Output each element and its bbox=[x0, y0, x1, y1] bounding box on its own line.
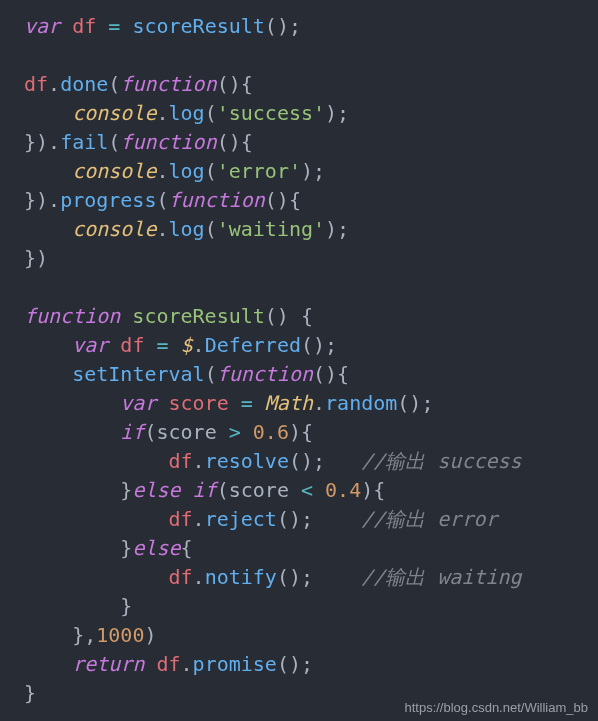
method: done bbox=[60, 72, 108, 96]
operator: = bbox=[144, 333, 180, 357]
string: 'error' bbox=[217, 159, 301, 183]
watermark: https://blog.csdn.net/William_bb bbox=[404, 700, 588, 715]
keyword-return: return bbox=[72, 652, 144, 676]
object-console: console bbox=[72, 217, 156, 241]
punct: ){ bbox=[361, 478, 385, 502]
object-console: console bbox=[72, 101, 156, 125]
identifier: df bbox=[108, 333, 144, 357]
keyword-function: function bbox=[217, 362, 313, 386]
operator: < bbox=[301, 478, 313, 502]
space bbox=[241, 420, 253, 444]
punct: . bbox=[156, 101, 168, 125]
punct: . bbox=[193, 333, 205, 357]
punct: (); bbox=[301, 333, 337, 357]
punct: (); bbox=[265, 14, 301, 38]
indent bbox=[24, 159, 72, 183]
indent bbox=[24, 536, 120, 560]
identifier: df bbox=[72, 14, 96, 38]
method: log bbox=[169, 159, 205, 183]
identifier: score bbox=[156, 391, 228, 415]
indent bbox=[24, 594, 120, 618]
keyword-elseif: else if bbox=[132, 478, 216, 502]
indent bbox=[24, 478, 120, 502]
punct: }, bbox=[72, 623, 96, 647]
punct: ( bbox=[205, 217, 217, 241]
keyword-function: function bbox=[120, 130, 216, 154]
punct: (); bbox=[277, 652, 313, 676]
punct: () { bbox=[265, 304, 313, 328]
method: fail bbox=[60, 130, 108, 154]
punct: . bbox=[313, 391, 325, 415]
number: 0.4 bbox=[325, 478, 361, 502]
keyword-function: function bbox=[169, 188, 265, 212]
string: 'waiting' bbox=[217, 217, 325, 241]
punct: . bbox=[48, 72, 60, 96]
punct: } bbox=[24, 681, 36, 705]
punct: (); bbox=[277, 565, 313, 589]
punct: ); bbox=[325, 101, 349, 125]
method: reject bbox=[205, 507, 277, 531]
punct: } bbox=[120, 536, 132, 560]
method: log bbox=[169, 217, 205, 241]
punct: ( bbox=[205, 101, 217, 125]
comment: //输出 waiting bbox=[361, 565, 521, 589]
indent bbox=[24, 362, 72, 386]
keyword-if: if bbox=[120, 420, 144, 444]
object-console: console bbox=[72, 159, 156, 183]
method: random bbox=[325, 391, 397, 415]
function-call: scoreResult bbox=[132, 14, 264, 38]
method: progress bbox=[60, 188, 156, 212]
code-block: var df = scoreResult(); df.done(function… bbox=[0, 0, 598, 708]
punct: ); bbox=[325, 217, 349, 241]
object-math: Math bbox=[265, 391, 313, 415]
punct: . bbox=[193, 565, 205, 589]
indent bbox=[24, 101, 72, 125]
punct: ){ bbox=[289, 420, 313, 444]
operator: = bbox=[96, 14, 132, 38]
keyword-function: function bbox=[120, 72, 216, 96]
gap bbox=[325, 449, 361, 473]
punct: ( bbox=[205, 159, 217, 183]
punct: ) bbox=[144, 623, 156, 647]
punct: (); bbox=[277, 507, 313, 531]
punct: }). bbox=[24, 130, 60, 154]
identifier: df bbox=[24, 72, 48, 96]
punct: ( bbox=[108, 130, 120, 154]
punct: }) bbox=[24, 246, 48, 270]
identifier: df bbox=[169, 449, 193, 473]
punct: (); bbox=[289, 449, 325, 473]
function-name: scoreResult bbox=[120, 304, 265, 328]
punct: } bbox=[120, 594, 132, 618]
keyword-var: var bbox=[72, 333, 108, 357]
method: log bbox=[169, 101, 205, 125]
punct: ( bbox=[156, 188, 168, 212]
method: promise bbox=[193, 652, 277, 676]
comment: //输出 error bbox=[361, 507, 497, 531]
indent bbox=[24, 391, 120, 415]
method: resolve bbox=[205, 449, 289, 473]
operator: = bbox=[229, 391, 265, 415]
keyword-var: var bbox=[24, 14, 60, 38]
function-call: setInterval bbox=[72, 362, 204, 386]
punct: (){ bbox=[265, 188, 301, 212]
punct: ); bbox=[301, 159, 325, 183]
identifier: df bbox=[169, 507, 193, 531]
indent bbox=[24, 507, 169, 531]
punct: (){ bbox=[217, 130, 253, 154]
punct: (score bbox=[144, 420, 228, 444]
indent bbox=[24, 652, 72, 676]
keyword-function: function bbox=[24, 304, 120, 328]
punct: . bbox=[156, 217, 168, 241]
keyword-var: var bbox=[120, 391, 156, 415]
number: 0.6 bbox=[253, 420, 289, 444]
indent bbox=[24, 333, 72, 357]
punct: { bbox=[181, 536, 193, 560]
punct: . bbox=[193, 449, 205, 473]
identifier: df bbox=[144, 652, 180, 676]
gap bbox=[313, 507, 361, 531]
keyword-else: else bbox=[132, 536, 180, 560]
punct: (){ bbox=[217, 72, 253, 96]
punct: (); bbox=[397, 391, 433, 415]
gap bbox=[313, 565, 361, 589]
punct: ( bbox=[205, 362, 217, 386]
